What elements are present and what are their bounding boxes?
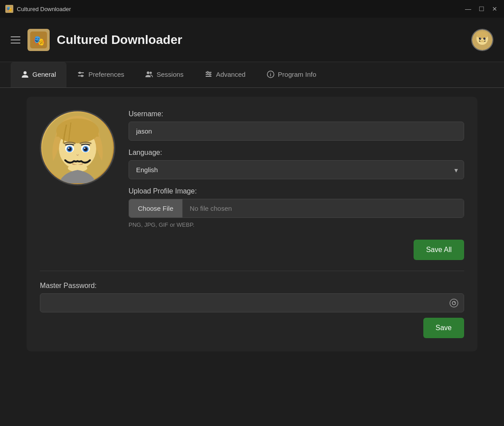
- hamburger-line-2: [11, 39, 20, 40]
- tab-program-info-label: Program Info: [278, 71, 316, 78]
- svg-rect-20: [207, 71, 208, 73]
- app-logo: 🎭: [27, 29, 50, 51]
- tab-program-info[interactable]: i Program Info: [256, 62, 327, 87]
- tab-preferences[interactable]: Preferences: [66, 62, 135, 87]
- language-label: Language:: [129, 149, 464, 157]
- toggle-password-button[interactable]: [449, 298, 459, 308]
- save-row: Save: [40, 318, 464, 338]
- username-group: Username:: [129, 110, 464, 141]
- app-title: Cultured Downloader: [57, 33, 182, 47]
- titlebar: 🎭 Cultured Downloader — ☐ ✕: [0, 0, 504, 18]
- svg-point-16: [150, 71, 152, 74]
- svg-point-4: [477, 32, 488, 39]
- app-header: 🎭 Cultured Downloader: [0, 18, 504, 62]
- file-hint-text: PNG, JPG, GIF or WEBP.: [129, 221, 464, 228]
- section-divider: [40, 271, 464, 271]
- avatar-svg: [42, 112, 113, 183]
- username-input[interactable]: [129, 122, 464, 141]
- form-area: Username: Language: English Japanese Chi…: [129, 110, 464, 260]
- svg-point-12: [79, 71, 81, 74]
- tab-advanced-label: Advanced: [216, 71, 246, 78]
- svg-text:🎭: 🎭: [33, 35, 45, 47]
- menu-button[interactable]: [11, 36, 20, 43]
- svg-point-33: [68, 147, 72, 151]
- master-password-label: Master Password:: [40, 282, 464, 290]
- save-all-row: Save All: [129, 240, 464, 260]
- save-all-button[interactable]: Save All: [414, 240, 464, 260]
- settings-card: Username: Language: English Japanese Chi…: [27, 97, 477, 351]
- svg-point-36: [84, 148, 86, 149]
- info-icon: i: [267, 71, 274, 78]
- language-select-wrapper: English Japanese Chinese Spanish French …: [129, 160, 464, 179]
- users-icon: [145, 71, 153, 78]
- choose-file-button[interactable]: Choose File: [129, 199, 183, 217]
- language-select[interactable]: English Japanese Chinese Spanish French: [129, 160, 464, 179]
- app-header-left: 🎭 Cultured Downloader: [11, 29, 182, 51]
- file-name-display: No file chosen: [183, 199, 464, 217]
- titlebar-title: Cultured Downloader: [17, 6, 71, 12]
- svg-point-35: [68, 148, 70, 149]
- maximize-button[interactable]: ☐: [477, 5, 485, 13]
- svg-point-10: [23, 71, 27, 74]
- card-top: Username: Language: English Japanese Chi…: [40, 110, 464, 260]
- header-avatar-svg: [472, 30, 492, 50]
- master-password-group: Master Password:: [40, 282, 464, 312]
- user-avatar-header[interactable]: [471, 29, 493, 51]
- svg-point-42: [454, 302, 455, 303]
- password-input-wrapper: [40, 293, 464, 312]
- close-button[interactable]: ✕: [491, 5, 499, 13]
- titlebar-left: 🎭 Cultured Downloader: [5, 5, 71, 13]
- svg-point-34: [84, 147, 88, 151]
- tab-sessions[interactable]: Sessions: [135, 62, 194, 87]
- person-icon: [21, 71, 29, 78]
- minimize-button[interactable]: —: [464, 5, 472, 13]
- tab-general[interactable]: General: [11, 62, 66, 87]
- nav-tabs: General Preferences Sessions Advanced: [0, 62, 504, 88]
- svg-rect-21: [209, 73, 211, 75]
- app-icon: 🎭: [5, 5, 13, 13]
- sliders-icon: [77, 71, 85, 78]
- tune-icon: [205, 71, 212, 78]
- upload-label: Upload Profile Image:: [129, 187, 464, 195]
- svg-rect-38: [42, 181, 113, 183]
- svg-point-7: [480, 38, 481, 39]
- profile-avatar: [40, 110, 115, 185]
- file-upload-wrapper: Choose File No file chosen: [129, 199, 464, 218]
- tab-general-label: General: [32, 71, 56, 78]
- save-button[interactable]: Save: [423, 318, 464, 338]
- svg-text:i: i: [270, 72, 271, 77]
- svg-point-14: [81, 75, 83, 77]
- main-content: Username: Language: English Japanese Chi…: [0, 88, 504, 426]
- upload-image-group: Upload Profile Image: Choose File No fil…: [129, 187, 464, 228]
- tab-advanced[interactable]: Advanced: [194, 62, 256, 87]
- language-group: Language: English Japanese Chinese Spani…: [129, 149, 464, 179]
- username-label: Username:: [129, 110, 464, 118]
- window-controls: — ☐ ✕: [464, 5, 499, 13]
- hamburger-line-3: [11, 43, 20, 43]
- svg-point-8: [484, 38, 485, 39]
- tab-preferences-label: Preferences: [88, 71, 124, 78]
- eye-icon: [449, 298, 459, 308]
- svg-point-5: [479, 37, 481, 39]
- svg-point-15: [147, 71, 149, 74]
- tab-sessions-label: Sessions: [156, 71, 184, 78]
- hamburger-line-1: [11, 36, 20, 37]
- logo-svg: 🎭: [30, 32, 47, 48]
- svg-point-6: [484, 37, 486, 39]
- master-password-input[interactable]: [40, 293, 464, 312]
- svg-point-9: [480, 40, 484, 42]
